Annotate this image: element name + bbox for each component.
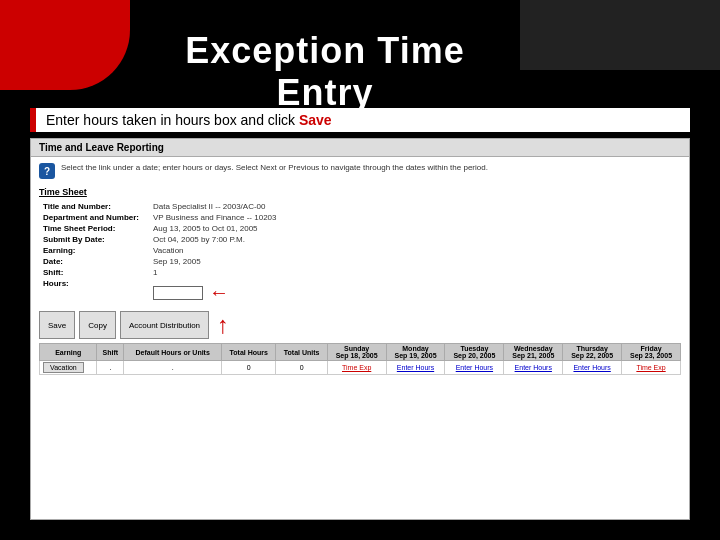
cell-wed: Enter Hours <box>504 361 563 375</box>
mon-link[interactable]: Enter Hours <box>397 364 434 371</box>
content-header: Time and Leave Reporting <box>31 139 689 157</box>
subtitle-bar: Enter hours taken in hours box and click… <box>30 108 690 132</box>
cell-total-hours: 0 <box>222 361 276 375</box>
page-title: Exception Time Entry <box>140 30 510 114</box>
wed-link[interactable]: Enter Hours <box>515 364 552 371</box>
fri-link[interactable]: Time Exp <box>636 364 665 371</box>
col-tue: TuesdaySep 20, 2005 <box>445 344 504 361</box>
cell-earning: Vacation <box>40 361 97 375</box>
col-default-hours: Default Hours or Units <box>124 344 222 361</box>
cell-total-units: 0 <box>276 361 327 375</box>
label-shift: Shift: <box>39 267 149 278</box>
field-period: Time Sheet Period: Aug 13, 2005 to Oct 0… <box>39 223 681 234</box>
instruction-row: ? Select the link under a date; enter ho… <box>39 163 681 179</box>
thu-link[interactable]: Enter Hours <box>573 364 610 371</box>
cell-default-hours: . <box>124 361 222 375</box>
label-hours: Hours: <box>39 278 149 305</box>
corner-red-decoration <box>0 0 130 90</box>
hours-input[interactable] <box>153 286 203 300</box>
col-wed: WednesdaySep 21, 2005 <box>504 344 563 361</box>
value-hours: ← <box>149 278 681 305</box>
col-fri: FridaySep 23, 2005 <box>622 344 681 361</box>
field-shift: Shift: 1 <box>39 267 681 278</box>
value-period: Aug 13, 2005 to Oct 01, 2005 <box>149 223 681 234</box>
value-title-number: Data Specialist II -- 2003/AC-00 <box>149 201 681 212</box>
field-earning: Earning: Vacation <box>39 245 681 256</box>
table-row: Vacation . . 0 0 Time Exp Enter Hours En… <box>40 361 681 375</box>
slide-container: Exception Time Entry Enter hours taken i… <box>0 0 720 540</box>
col-thu: ThursdaySep 22, 2005 <box>563 344 622 361</box>
section-title: Time Sheet <box>39 187 681 197</box>
save-button[interactable]: Save <box>39 311 75 339</box>
value-date: Sep 19, 2005 <box>149 256 681 267</box>
label-period: Time Sheet Period: <box>39 223 149 234</box>
value-earning: Vacation <box>149 245 681 256</box>
cell-fri: Time Exp <box>622 361 681 375</box>
col-total-units: Total Units <box>276 344 327 361</box>
label-dept-number: Department and Number: <box>39 212 149 223</box>
arrow-right-icon: ← <box>209 281 229 304</box>
main-content-panel: Time and Leave Reporting ? Select the li… <box>30 138 690 520</box>
field-dept-number: Department and Number: VP Business and F… <box>39 212 681 223</box>
col-mon: MondaySep 19, 2005 <box>386 344 445 361</box>
subtitle-text: Enter hours taken in hours box and click… <box>46 112 680 128</box>
field-date: Date: Sep 19, 2005 <box>39 256 681 267</box>
table-header-row: Earning Shift Default Hours or Units Tot… <box>40 344 681 361</box>
vacation-button[interactable]: Vacation <box>43 362 84 373</box>
content-body: ? Select the link under a date; enter ho… <box>31 157 689 381</box>
field-submit-by: Submit By Date: Oct 04, 2005 by 7:00 P.M… <box>39 234 681 245</box>
form-table: Title and Number: Data Specialist II -- … <box>39 201 681 305</box>
col-earning: Earning <box>40 344 97 361</box>
sun-link[interactable]: Time Exp <box>342 364 371 371</box>
field-hours: Hours: ← <box>39 278 681 305</box>
value-submit-by: Oct 04, 2005 by 7:00 P.M. <box>149 234 681 245</box>
corner-dark-decoration <box>520 0 720 70</box>
instruction-text: Select the link under a date; enter hour… <box>61 163 488 173</box>
value-shift: 1 <box>149 267 681 278</box>
cell-sun: Time Exp <box>327 361 386 375</box>
col-shift: Shift <box>97 344 124 361</box>
cell-thu: Enter Hours <box>563 361 622 375</box>
question-icon: ? <box>39 163 55 179</box>
account-distribution-button[interactable]: Account Distribution <box>120 311 209 339</box>
hours-input-row: ← <box>153 281 677 304</box>
col-total-hours: Total Hours <box>222 344 276 361</box>
tue-link[interactable]: Enter Hours <box>456 364 493 371</box>
cell-mon: Enter Hours <box>386 361 445 375</box>
title-area: Exception Time Entry <box>140 30 510 114</box>
save-highlight: Save <box>299 112 332 128</box>
label-submit-by: Submit By Date: <box>39 234 149 245</box>
label-date: Date: <box>39 256 149 267</box>
cell-tue: Enter Hours <box>445 361 504 375</box>
buttons-row: Save Copy Account Distribution ↑ <box>39 311 681 339</box>
label-title-number: Title and Number: <box>39 201 149 212</box>
up-arrow-icon: ↑ <box>217 311 229 339</box>
copy-button[interactable]: Copy <box>79 311 116 339</box>
time-entry-table: Earning Shift Default Hours or Units Tot… <box>39 343 681 375</box>
cell-shift: . <box>97 361 124 375</box>
col-sun: SundaySep 18, 2005 <box>327 344 386 361</box>
value-dept-number: VP Business and Finance -- 10203 <box>149 212 681 223</box>
field-title-number: Title and Number: Data Specialist II -- … <box>39 201 681 212</box>
label-earning: Earning: <box>39 245 149 256</box>
